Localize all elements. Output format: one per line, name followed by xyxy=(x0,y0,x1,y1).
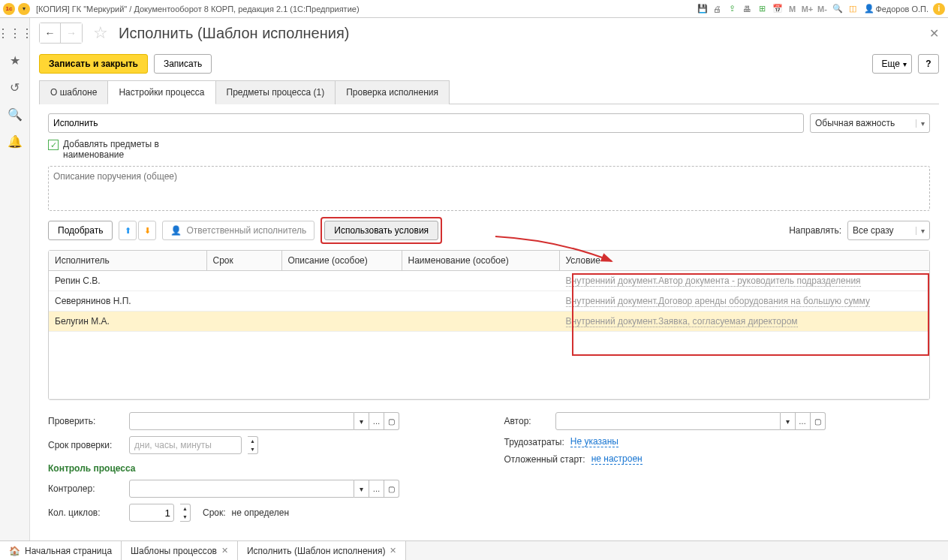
controller-open-icon[interactable]: ▢ xyxy=(384,480,399,498)
check-open-icon[interactable]: ▢ xyxy=(384,412,399,430)
tab-process-settings[interactable]: Настройки процесса xyxy=(107,80,215,104)
close-tab-icon[interactable]: ✕ xyxy=(221,546,228,555)
spin-up-icon[interactable]: ▲ xyxy=(180,504,190,513)
notifications-icon[interactable]: 🔔 xyxy=(6,132,24,150)
apps-icon[interactable]: ⋮⋮⋮ xyxy=(6,24,24,42)
check-term-input[interactable]: дни, часы, минуты xyxy=(129,436,242,454)
author-open-icon[interactable]: ▢ xyxy=(811,412,826,430)
logo-1c-icon: 1c xyxy=(3,3,15,15)
add-subjects-checkbox[interactable]: ✓ xyxy=(48,140,59,150)
controller-input[interactable] xyxy=(129,480,354,498)
favorites-icon[interactable]: ★ xyxy=(6,51,24,69)
person-icon: 👤 xyxy=(170,225,182,236)
description-textarea[interactable] xyxy=(48,166,930,211)
controller-ellipsis-icon[interactable]: … xyxy=(369,480,384,498)
close-tab-icon[interactable]: ✕ xyxy=(390,546,396,555)
m-plus-icon[interactable]: M+ xyxy=(801,2,814,16)
col-cond[interactable]: Условие xyxy=(559,251,929,271)
tab-about[interactable]: О шаблоне xyxy=(39,80,108,104)
term-value: не определен xyxy=(232,507,289,518)
nav-back-button[interactable]: ← xyxy=(40,23,61,43)
sidebar: ⋮⋮⋮ ★ ↺ 🔍 🔔 xyxy=(0,18,30,540)
table-row[interactable]: Репин С.В. Внутренний документ.Автор док… xyxy=(49,271,929,291)
condition-link[interactable]: Внутренний документ.Договор аренды обору… xyxy=(566,296,870,307)
close-button[interactable]: ✕ xyxy=(929,26,939,41)
btab-home[interactable]: 🏠 Начальная страница xyxy=(0,541,122,560)
pick-button[interactable]: Подобрать xyxy=(48,221,113,240)
calendar-icon[interactable]: 📅 xyxy=(771,2,784,16)
check-input[interactable] xyxy=(129,412,354,430)
author-ellipsis-icon[interactable]: … xyxy=(796,412,811,430)
user-icon: 👤 xyxy=(864,4,874,14)
col-term[interactable]: Срок xyxy=(206,251,281,271)
col-executor[interactable]: Исполнитель xyxy=(49,251,206,271)
action-row: Подобрать ⬆ ⬇ 👤 Ответственный исполнител… xyxy=(48,217,930,244)
history-icon[interactable]: ↺ xyxy=(6,78,24,96)
responsible-button[interactable]: 👤 Ответственный исполнитель xyxy=(162,221,314,240)
main-menu-dropdown[interactable] xyxy=(18,3,30,15)
more-button[interactable]: Еще xyxy=(872,54,912,74)
print-icon[interactable]: 🖨 xyxy=(711,2,724,16)
condition-link[interactable]: Внутренний документ.Заявка, согласуемая … xyxy=(566,316,798,327)
panel-icon[interactable]: ◫ xyxy=(846,2,859,16)
author-label: Автор: xyxy=(504,416,549,426)
direct-label: Направлять: xyxy=(789,225,841,236)
importance-select[interactable]: Обычная важность xyxy=(810,113,930,133)
table-row[interactable]: Северянинов Н.П. Внутренний документ.Дог… xyxy=(49,291,929,312)
help-button[interactable]: ? xyxy=(918,54,939,74)
check-label: Проверить: xyxy=(48,416,123,426)
spin-down-icon[interactable]: ▼ xyxy=(180,513,190,521)
search-icon[interactable]: 🔍 xyxy=(6,105,24,123)
author-dropdown-icon[interactable]: ▾ xyxy=(781,412,796,430)
cycles-label: Кол. циклов: xyxy=(48,507,123,518)
effort-link[interactable]: Не указаны xyxy=(570,436,618,447)
cycles-input[interactable] xyxy=(129,504,174,522)
spin-up-icon[interactable]: ▲ xyxy=(248,437,257,445)
print2-icon[interactable]: 🖶 xyxy=(741,2,754,16)
delayed-label: Отложенный старт: xyxy=(504,454,585,465)
direct-select[interactable]: Все сразу xyxy=(847,221,930,240)
calc-icon[interactable]: ⊞ xyxy=(756,2,769,16)
col-name[interactable]: Наименование (особое) xyxy=(402,251,559,271)
move-up-icon[interactable]: ⬆ xyxy=(119,221,137,240)
col-desc[interactable]: Описание (особое) xyxy=(281,251,402,271)
name-input[interactable] xyxy=(48,113,804,133)
page-header: ← → ☆ Исполнить (Шаблон исполнения) ✕ xyxy=(30,18,948,48)
author-input[interactable] xyxy=(555,412,781,430)
zoom-icon[interactable]: 🔍 xyxy=(831,2,844,16)
upload-icon[interactable]: ⇪ xyxy=(726,2,739,16)
use-conditions-button[interactable]: Использовать условия xyxy=(324,221,438,240)
window-title: [КОПИЯ] ГК "Меркурий" / Документооборот … xyxy=(36,5,360,14)
move-down-icon[interactable]: ⬇ xyxy=(138,221,156,240)
toolbar: Записать и закрыть Записать Еще ? xyxy=(30,48,948,80)
page-title: Исполнить (Шаблон исполнения) xyxy=(119,25,349,42)
spin-down-icon[interactable]: ▼ xyxy=(248,445,257,453)
use-conditions-highlight: Использовать условия xyxy=(321,217,442,244)
m-icon[interactable]: M xyxy=(786,2,799,16)
tab-check[interactable]: Проверка исполнения xyxy=(335,80,450,104)
executors-table: Исполнитель Срок Описание (особое) Наиме… xyxy=(48,250,930,400)
tab-subjects[interactable]: Предметы процесса (1) xyxy=(215,80,336,104)
check-term-label: Срок проверки: xyxy=(48,440,123,450)
m-minus-icon[interactable]: M- xyxy=(816,2,829,16)
save-button[interactable]: Записать xyxy=(154,54,212,74)
condition-link[interactable]: Внутренний документ.Автор документа - ру… xyxy=(566,275,861,287)
delayed-link[interactable]: не настроен xyxy=(591,453,643,465)
controller-dropdown-icon[interactable]: ▾ xyxy=(354,480,369,498)
save-icon[interactable]: 💾 xyxy=(696,2,709,16)
table-row[interactable]: Белугин М.А. Внутренний документ.Заявка,… xyxy=(49,312,929,332)
nav-forward-button[interactable]: → xyxy=(61,23,82,43)
bottom-tabs: 🏠 Начальная страница Шаблоны процессов ✕… xyxy=(0,540,948,560)
effort-label: Трудозатраты: xyxy=(504,437,564,447)
btab-execute[interactable]: Исполнить (Шаблон исполнения) ✕ xyxy=(238,541,406,560)
titlebar: 1c [КОПИЯ] ГК "Меркурий" / Документообор… xyxy=(0,0,948,18)
check-ellipsis-icon[interactable]: … xyxy=(369,412,384,430)
favorite-star-icon[interactable]: ☆ xyxy=(93,23,108,43)
save-close-button[interactable]: Записать и закрыть xyxy=(39,54,148,74)
user-menu[interactable]: 👤 Федоров О.П. xyxy=(864,4,929,14)
tab-content: Обычная важность ✓ Добавлять предметы в … xyxy=(39,104,939,540)
info-icon[interactable]: i xyxy=(933,3,945,15)
btab-templates[interactable]: Шаблоны процессов ✕ xyxy=(122,541,238,560)
tabs: О шаблоне Настройки процесса Предметы пр… xyxy=(30,80,948,104)
check-dropdown-icon[interactable]: ▾ xyxy=(354,412,369,430)
